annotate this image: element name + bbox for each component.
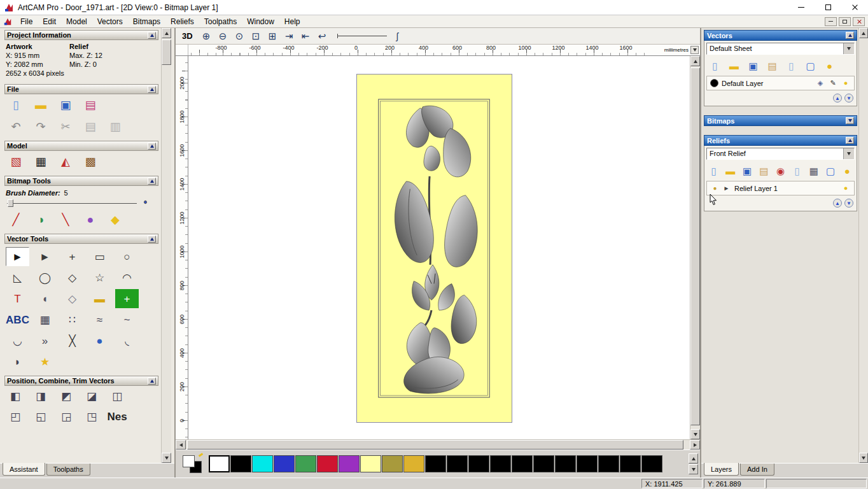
scroll-track[interactable] xyxy=(186,440,690,450)
relief-thumbnail-icon[interactable]: ● xyxy=(710,183,720,193)
align-right-icon[interactable]: ◨ xyxy=(31,388,50,404)
delete-vector-layer-icon[interactable]: ▢ xyxy=(802,59,818,73)
paste-icon[interactable]: ▥ xyxy=(105,118,125,136)
smooth-vectors-icon[interactable]: ~ xyxy=(115,310,139,329)
collapse-button[interactable] xyxy=(148,378,156,385)
scroll-track[interactable] xyxy=(859,38,868,453)
subtract-vectors-icon[interactable]: ◱ xyxy=(31,408,50,425)
scroll-up-button[interactable] xyxy=(162,28,171,38)
palette-swatch[interactable] xyxy=(403,455,424,472)
move-layer-up-icon[interactable]: ▲ xyxy=(833,199,842,208)
point-pattern-icon[interactable]: ∷ xyxy=(60,310,84,329)
save-model-icon[interactable]: ▣ xyxy=(55,96,76,114)
colour-picker-icon[interactable]: ◑ xyxy=(31,211,51,229)
scroll-right-button[interactable] xyxy=(690,440,700,450)
create-text-icon[interactable]: T xyxy=(6,289,29,308)
palette-swatch[interactable] xyxy=(468,455,489,472)
redo-icon[interactable]: ↷ xyxy=(31,118,51,136)
copy-icon[interactable]: ▤ xyxy=(80,118,101,136)
palette-swatch[interactable] xyxy=(555,455,576,472)
primary-secondary-colour-selector[interactable] xyxy=(181,453,204,475)
menu-item[interactable]: Toolpaths xyxy=(199,16,242,27)
palette-swatch[interactable] xyxy=(447,455,468,472)
new-model-icon[interactable]: ▯ xyxy=(6,96,26,114)
zoom-previous-icon[interactable]: ↩ xyxy=(314,30,330,43)
palette-scrollbar[interactable] xyxy=(689,453,698,474)
move-layer-down-icon[interactable]: ▼ xyxy=(844,94,853,103)
scroll-down-button[interactable] xyxy=(162,453,171,463)
collapse-button[interactable] xyxy=(148,143,156,150)
relief-selector[interactable]: Front Relief xyxy=(706,148,855,160)
delete-relief-layer-icon[interactable]: ▢ xyxy=(824,164,837,178)
drawing-viewport[interactable] xyxy=(188,56,690,439)
invert-model-icon[interactable]: ◭ xyxy=(55,153,76,171)
panel-tab[interactable]: Assistant xyxy=(3,463,45,476)
palette-swatch[interactable] xyxy=(382,455,403,472)
palette-swatch[interactable] xyxy=(295,455,316,472)
relief-visibility-icon[interactable]: ● xyxy=(841,183,851,194)
nesting-icon[interactable]: Nes xyxy=(108,408,127,425)
fillet-icon[interactable]: ◟ xyxy=(115,331,139,350)
scroll-up-button[interactable] xyxy=(690,56,700,66)
new-sheet-icon[interactable]: ▯ xyxy=(783,59,799,73)
scroll-down-button[interactable] xyxy=(859,453,868,463)
create-star-tool-icon[interactable]: ★ xyxy=(33,352,57,371)
scroll-up-button[interactable] xyxy=(859,28,868,38)
palette-swatch[interactable] xyxy=(339,455,360,472)
align-top-icon[interactable]: ◩ xyxy=(57,388,76,404)
open-model-icon[interactable]: ▬ xyxy=(31,96,51,114)
bitmap-to-vector-icon[interactable]: ▦ xyxy=(33,310,57,329)
palette-swatch[interactable] xyxy=(641,455,662,472)
transform-vectors-icon[interactable]: + xyxy=(60,247,84,266)
menu-item[interactable]: Reliefs xyxy=(165,16,199,27)
undo-icon[interactable]: ↶ xyxy=(6,118,26,136)
duplicate-relief-layer-icon[interactable]: ▯ xyxy=(790,164,804,178)
menu-item[interactable]: Edit xyxy=(38,16,61,27)
menu-item[interactable]: Vectors xyxy=(92,16,128,27)
panel-tab[interactable]: Layers xyxy=(704,463,739,476)
pan-next-icon[interactable]: ⇥ xyxy=(281,30,297,43)
fit-curves-icon[interactable]: ≈ xyxy=(88,310,111,329)
layer-visibility-icon[interactable]: ● xyxy=(841,78,851,89)
collapse-button[interactable] xyxy=(846,32,854,39)
new-relief-layer-icon[interactable]: ▯ xyxy=(707,164,720,178)
edit-layer-icon[interactable]: ✎ xyxy=(828,78,838,89)
mdi-close-button[interactable] xyxy=(853,17,865,26)
create-ellipse-icon[interactable]: ◯ xyxy=(33,268,57,287)
move-layer-down-icon[interactable]: ▼ xyxy=(844,199,853,208)
select-vectors-icon[interactable]: ► xyxy=(6,247,29,266)
zoom-fit-icon[interactable]: ⊞ xyxy=(265,30,281,43)
collapse-button[interactable] xyxy=(148,236,156,243)
scroll-down-button[interactable] xyxy=(689,464,698,474)
scroll-up-button[interactable] xyxy=(689,453,698,464)
scroll-thumb[interactable] xyxy=(187,440,683,450)
paint-brush-icon[interactable]: ╱ xyxy=(6,211,26,229)
text-block-icon[interactable]: ABC xyxy=(6,310,29,329)
open-relief-layer-icon[interactable]: ▬ xyxy=(724,164,737,178)
colour-palette-icon[interactable]: ● xyxy=(80,211,101,229)
zoom-out-icon[interactable]: ⊖ xyxy=(215,30,231,43)
create-circle-icon[interactable]: ○ xyxy=(115,247,139,266)
flood-fill-icon[interactable]: ◆ xyxy=(105,211,125,229)
merge-layer-icon[interactable]: ◈ xyxy=(815,78,825,89)
new-vector-layer-icon[interactable]: ▯ xyxy=(707,59,723,73)
scroll-track[interactable] xyxy=(690,66,700,429)
ruler-unit-button[interactable] xyxy=(690,46,699,54)
zoom-box-icon[interactable]: ⊡ xyxy=(248,30,264,43)
line-width-slider[interactable] xyxy=(337,36,387,36)
create-polyline-icon[interactable]: ◺ xyxy=(6,268,29,287)
palette-swatch[interactable] xyxy=(533,455,554,472)
paint-selective-icon[interactable]: ╲ xyxy=(55,211,76,229)
menu-item[interactable]: Model xyxy=(61,16,92,27)
weld-vectors-icon[interactable]: ◰ xyxy=(6,408,25,425)
adjust-model-icon[interactable]: ▧ xyxy=(6,153,26,171)
extrude-vectors-icon[interactable]: ● xyxy=(88,331,111,350)
mdi-minimize-button[interactable] xyxy=(825,17,837,26)
palette-swatch[interactable] xyxy=(490,455,511,472)
horizontal-scrollbar[interactable] xyxy=(176,439,700,450)
sheet-selector[interactable]: Default Sheet xyxy=(706,43,855,55)
palette-swatch[interactable] xyxy=(209,455,230,472)
door-artwork[interactable] xyxy=(356,74,512,423)
view-3d-button[interactable]: 3D xyxy=(181,31,198,41)
palette-swatch[interactable] xyxy=(512,455,533,472)
